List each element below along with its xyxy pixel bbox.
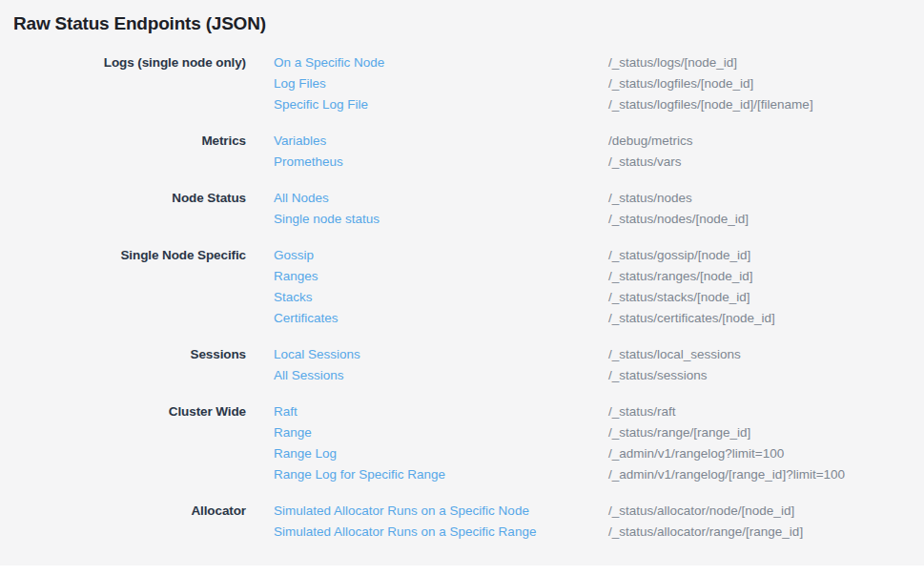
bottom-edge xyxy=(0,565,924,575)
category-spacer xyxy=(13,308,274,329)
endpoint-path: /_status/ranges/[node_id] xyxy=(608,266,924,287)
endpoint-path: /_status/range/[range_id] xyxy=(608,422,924,443)
endpoint-path: /_status/allocator/node/[node_id] xyxy=(608,501,924,522)
category-label: Allocator xyxy=(13,501,274,522)
endpoint-section: AllocatorSimulated Allocator Runs on a S… xyxy=(13,501,924,543)
category-spacer xyxy=(13,209,274,230)
endpoint-section: MetricsVariables/debug/metricsPrometheus… xyxy=(13,131,924,173)
endpoint-path: /_status/gossip/[node_id] xyxy=(608,245,924,266)
endpoint-path: /_status/vars xyxy=(608,152,924,173)
endpoint-link[interactable]: Prometheus xyxy=(274,152,608,173)
endpoint-link[interactable]: Simulated Allocator Runs on a Specific N… xyxy=(274,501,608,522)
category-label: Sessions xyxy=(13,344,274,365)
endpoint-link[interactable]: Range Log xyxy=(274,443,608,464)
endpoint-path: /_status/sessions xyxy=(608,365,924,386)
endpoint-link[interactable]: Stacks xyxy=(274,287,608,308)
endpoint-section: SessionsLocal Sessions/_status/local_ses… xyxy=(13,344,924,386)
endpoint-link[interactable]: On a Specific Node xyxy=(274,52,608,73)
endpoint-path: /_status/nodes xyxy=(608,188,924,209)
endpoint-path: /debug/metrics xyxy=(608,131,924,152)
endpoint-section: Single Node SpecificGossip/_status/gossi… xyxy=(13,245,924,329)
category-spacer xyxy=(13,73,274,94)
category-label: Logs (single node only) xyxy=(13,52,274,73)
category-spacer xyxy=(13,94,274,115)
debug-page-viewport: Raw Status Endpoints (JSON) Logs (single… xyxy=(0,0,924,575)
endpoint-link[interactable]: Raft xyxy=(274,401,608,422)
category-spacer xyxy=(13,365,274,386)
category-label: Single Node Specific xyxy=(13,245,274,266)
endpoint-link[interactable]: Single node status xyxy=(274,209,608,230)
endpoint-link[interactable]: Variables xyxy=(274,131,608,152)
endpoint-path: /_status/stacks/[node_id] xyxy=(608,287,924,308)
endpoint-link[interactable]: Log Files xyxy=(274,73,608,94)
endpoint-path: /_status/logfiles/[node_id]/[filename] xyxy=(608,94,924,115)
endpoint-section: Logs (single node only)On a Specific Nod… xyxy=(13,52,924,115)
page-title: Raw Status Endpoints (JSON) xyxy=(13,13,924,34)
category-label: Metrics xyxy=(13,131,274,152)
category-label: Cluster Wide xyxy=(13,401,274,422)
endpoint-path: /_status/allocator/range/[range_id] xyxy=(608,522,924,543)
endpoint-link[interactable]: Certificates xyxy=(274,308,608,329)
category-label: Node Status xyxy=(13,188,274,209)
endpoint-path: /_status/nodes/[node_id] xyxy=(608,209,924,230)
endpoint-link[interactable]: Specific Log File xyxy=(274,94,608,115)
category-spacer xyxy=(13,443,274,464)
endpoint-section: Node StatusAll Nodes/_status/nodesSingle… xyxy=(13,188,924,230)
endpoint-link[interactable]: All Nodes xyxy=(274,188,608,209)
category-spacer xyxy=(13,152,274,173)
raw-status-endpoints-panel: Raw Status Endpoints (JSON) Logs (single… xyxy=(0,0,924,565)
endpoint-link[interactable]: All Sessions xyxy=(274,365,608,386)
endpoint-link[interactable]: Local Sessions xyxy=(274,344,608,365)
endpoint-path: /_status/raft xyxy=(608,401,924,422)
category-spacer xyxy=(13,522,274,543)
endpoint-path: /_status/logs/[node_id] xyxy=(608,52,924,73)
endpoint-path: /_status/logfiles/[node_id] xyxy=(608,73,924,94)
endpoint-path: /_admin/v1/rangelog/[range_id]?limit=100 xyxy=(608,464,924,485)
endpoint-path: /_status/local_sessions xyxy=(608,344,924,365)
endpoint-link[interactable]: Range Log for Specific Range xyxy=(274,464,608,485)
endpoint-link[interactable]: Range xyxy=(274,422,608,443)
endpoint-path: /_status/certificates/[node_id] xyxy=(608,308,924,329)
category-spacer xyxy=(13,464,274,485)
category-spacer xyxy=(13,266,274,287)
endpoint-link[interactable]: Ranges xyxy=(274,266,608,287)
endpoint-sections: Logs (single node only)On a Specific Nod… xyxy=(13,52,924,543)
endpoint-section: Cluster WideRaft/_status/raftRange/_stat… xyxy=(13,401,924,485)
endpoint-link[interactable]: Gossip xyxy=(274,245,608,266)
endpoint-path: /_admin/v1/rangelog?limit=100 xyxy=(608,443,924,464)
category-spacer xyxy=(13,287,274,308)
endpoint-link[interactable]: Simulated Allocator Runs on a Specific R… xyxy=(274,522,608,543)
category-spacer xyxy=(13,422,274,443)
